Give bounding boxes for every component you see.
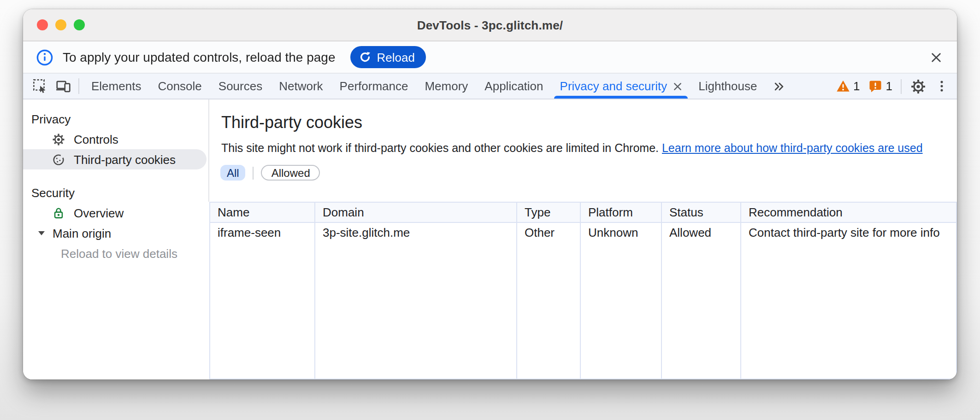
table-cell-platform[interactable]: Unknown <box>581 223 662 242</box>
sidebar-item-third-party-cookies[interactable]: Third-party cookies <box>23 149 207 169</box>
toolbar-separator <box>78 78 79 94</box>
desktop: DevTools - 3pc.glitch.me/ To apply your … <box>0 0 980 420</box>
reload-to-view-details-hint: Reload to view details <box>23 243 209 263</box>
expand-triangle-icon[interactable] <box>37 228 46 238</box>
sidebar-item-label: Third-party cookies <box>74 152 176 166</box>
close-window-button[interactable] <box>37 19 48 30</box>
table-cell-status[interactable]: Allowed <box>662 223 741 242</box>
tabbar-right-group: 1 1 <box>836 74 957 99</box>
tabbar-divider <box>901 79 902 93</box>
column-header-platform[interactable]: Platform <box>581 203 662 223</box>
tab-application[interactable]: Application <box>476 74 551 99</box>
warning-count: 1 <box>853 79 860 93</box>
tab-close-icon[interactable] <box>673 82 682 91</box>
zoom-window-button[interactable] <box>74 19 85 30</box>
sidebar-spacer <box>23 169 209 182</box>
table-cell-type[interactable]: Other <box>517 223 581 242</box>
devtools-window: DevTools - 3pc.glitch.me/ To apply your … <box>23 9 957 379</box>
column-header-status[interactable]: Status <box>662 203 741 223</box>
tab-sources[interactable]: Sources <box>210 74 271 99</box>
sidebar-item-main-origin[interactable]: Main origin <box>23 223 209 243</box>
column-header-domain[interactable]: Domain <box>315 203 517 223</box>
info-icon <box>36 48 53 66</box>
panel-title: Third-party cookies <box>221 113 362 133</box>
sidebar-item-controls[interactable]: Controls <box>23 129 209 149</box>
table-filler-column <box>315 242 517 379</box>
privacy-security-sidebar: Privacy Controls <box>23 99 209 379</box>
tab-console[interactable]: Console <box>149 74 210 99</box>
learn-more-link[interactable]: Learn more about how third-party cookies… <box>662 142 923 155</box>
sidebar-item-label: Main origin <box>53 226 111 240</box>
table-cell-name[interactable]: iframe-seen <box>210 223 315 242</box>
reload-button-label: Reload <box>377 50 415 64</box>
traffic-lights <box>37 9 85 41</box>
cookie-icon <box>52 152 65 166</box>
infobar-close-icon[interactable] <box>927 49 944 65</box>
device-toolbar-icon[interactable] <box>52 74 75 99</box>
tab-privacy-and-security[interactable]: Privacy and security <box>552 74 691 99</box>
lock-icon <box>52 206 65 220</box>
issue-count: 1 <box>886 79 892 93</box>
tab-lighthouse[interactable]: Lighthouse <box>690 74 765 99</box>
reload-button[interactable]: Reload <box>350 46 426 68</box>
sidebar-header-privacy: Privacy <box>23 109 209 129</box>
table-filler-column <box>210 242 315 379</box>
infobar-message: To apply your updated controls, reload t… <box>63 50 336 64</box>
window-title: DevTools - 3pc.glitch.me/ <box>417 18 563 32</box>
filter-allowed-chip[interactable]: Allowed <box>261 165 320 181</box>
tab-performance[interactable]: Performance <box>331 74 417 99</box>
devtools-body: Privacy Controls <box>23 99 957 379</box>
table-filler-column <box>741 242 957 379</box>
third-party-cookies-panel: Third-party cookies This site might not … <box>209 99 957 379</box>
sidebar-item-label: Controls <box>74 132 118 146</box>
sidebar-item-overview[interactable]: Overview <box>23 203 209 223</box>
filter-all-chip[interactable]: All <box>220 165 246 181</box>
devtools-tabbar: Elements Console Sources Network Perform… <box>23 74 957 99</box>
cookies-table: Name Domain Type Platform Status Recomme… <box>209 202 957 379</box>
table-filler-column <box>517 242 581 379</box>
table-filler-column <box>662 242 741 379</box>
tab-network[interactable]: Network <box>271 74 331 99</box>
filter-chips: All Allowed <box>220 165 320 181</box>
issues-icon <box>868 79 882 93</box>
titlebar: DevTools - 3pc.glitch.me/ <box>23 9 957 41</box>
tab-elements[interactable]: Elements <box>83 74 149 99</box>
tab-memory[interactable]: Memory <box>416 74 476 99</box>
sidebar-item-label: Overview <box>74 206 124 220</box>
settings-gear-icon[interactable] <box>910 78 927 94</box>
column-header-recommendation[interactable]: Recommendation <box>741 203 957 223</box>
column-header-type[interactable]: Type <box>517 203 581 223</box>
kebab-menu-icon[interactable] <box>935 79 949 93</box>
reload-icon <box>359 51 372 64</box>
issues-badge[interactable]: 1 <box>868 79 892 93</box>
warnings-badge[interactable]: 1 <box>836 79 860 93</box>
panel-description: This site might not work if third-party … <box>221 142 923 155</box>
gear-icon <box>52 132 65 146</box>
warning-icon <box>836 79 850 93</box>
inspect-icon[interactable] <box>29 74 52 99</box>
minimize-window-button[interactable] <box>55 19 66 30</box>
table-cell-recommendation[interactable]: Contact third-party site for more info <box>741 223 957 242</box>
sidebar-header-security: Security <box>23 182 209 203</box>
table-filler-column <box>581 242 662 379</box>
column-header-name[interactable]: Name <box>210 203 315 223</box>
reload-infobar: To apply your updated controls, reload t… <box>23 41 957 74</box>
chip-divider <box>253 166 254 179</box>
table-cell-domain[interactable]: 3p-site.glitch.me <box>315 223 517 242</box>
more-tabs-icon[interactable] <box>765 74 793 99</box>
